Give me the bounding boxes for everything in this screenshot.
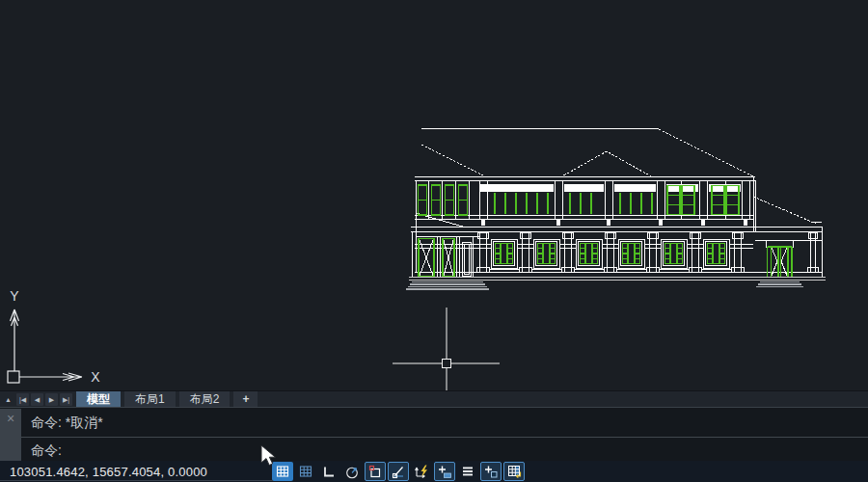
tab-layout1[interactable]: 布局1 xyxy=(124,391,176,408)
ortho-icon xyxy=(321,464,337,479)
grid-icon xyxy=(275,464,290,479)
grid-display-toggle[interactable] xyxy=(272,462,293,481)
menu-lines-button[interactable] xyxy=(457,462,478,481)
object-snap-tracking-icon xyxy=(391,464,406,479)
tab-overflow-button[interactable]: ▲ xyxy=(2,393,14,406)
annotation-autoscale-toggle[interactable] xyxy=(503,462,525,481)
object-snap-tracking-toggle[interactable] xyxy=(388,462,409,481)
layout-tab-bar: ▲ |◀ ◀ ▶ ▶| 模型 布局1 布局2 + xyxy=(0,390,868,407)
snap-mode-toggle[interactable] xyxy=(295,462,316,481)
lineweight-display-toggle[interactable] xyxy=(434,462,455,481)
building-elevation-drawing xyxy=(403,120,829,293)
polar-tracking-toggle[interactable] xyxy=(341,462,363,481)
command-panel-gutter: × xyxy=(0,409,21,461)
polar-tracking-icon xyxy=(344,464,360,479)
tab-model[interactable]: 模型 xyxy=(76,391,121,408)
status-bar: 103051.4642, 15657.4054, 0.0000 xyxy=(0,461,868,482)
ucs-y-label: Y xyxy=(10,288,19,304)
status-toggles xyxy=(272,462,525,481)
menu-lines-icon xyxy=(460,464,475,479)
object-snap-icon xyxy=(367,464,383,479)
ortho-mode-toggle[interactable] xyxy=(318,462,339,481)
next-tab-button[interactable]: ▶ xyxy=(45,393,58,406)
tab-layout2[interactable]: 布局2 xyxy=(179,391,231,408)
add-layout-tab-button[interactable]: + xyxy=(233,391,258,408)
last-tab-button[interactable]: ▶| xyxy=(60,393,72,406)
first-tab-button[interactable]: |◀ xyxy=(16,393,29,406)
snap-grid-icon xyxy=(298,464,313,479)
lineweight-icon xyxy=(437,464,452,479)
object-snap-toggle[interactable] xyxy=(365,462,386,481)
model-space-canvas[interactable]: Y X xyxy=(0,0,868,390)
coordinates-readout[interactable]: 103051.4642, 15657.4054, 0.0000 xyxy=(10,465,272,479)
command-line-panel: × 命令: *取消* 命令: xyxy=(0,407,868,461)
dynamic-input-icon xyxy=(414,464,429,479)
annotation-autoscale-icon xyxy=(506,464,522,479)
annotation-visibility-icon xyxy=(483,464,499,479)
ucs-icon: Y X xyxy=(0,284,111,390)
coordinates-underline xyxy=(0,480,273,481)
prev-tab-button[interactable]: ◀ xyxy=(31,393,43,406)
command-divider xyxy=(21,437,868,438)
close-icon[interactable]: × xyxy=(0,412,21,425)
command-history-line: 命令: *取消* xyxy=(31,415,103,432)
crosshair-cursor xyxy=(386,304,511,392)
command-prompt-input[interactable]: 命令: xyxy=(31,442,62,460)
ucs-x-label: X xyxy=(91,369,100,385)
annotation-visibility-toggle[interactable] xyxy=(480,462,502,481)
dynamic-input-toggle[interactable] xyxy=(411,462,432,481)
